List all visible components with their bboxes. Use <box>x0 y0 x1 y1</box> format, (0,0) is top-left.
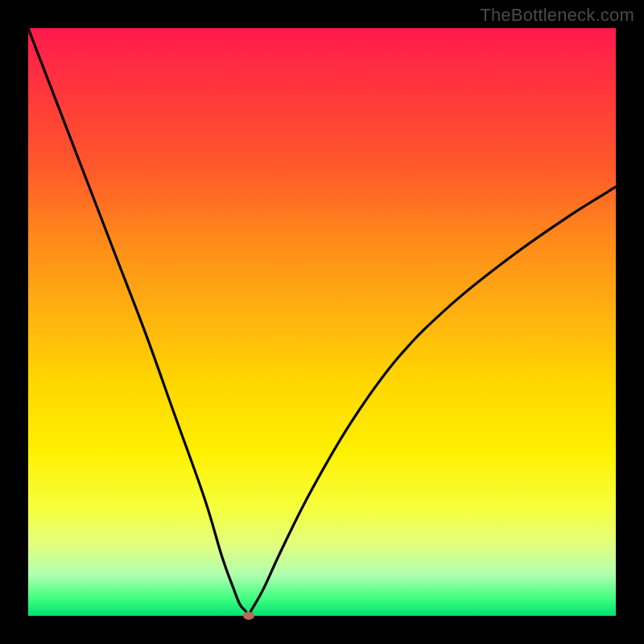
bottleneck-curve-right <box>249 187 616 616</box>
optimum-marker <box>243 612 254 620</box>
curve-svg <box>28 28 616 616</box>
bottleneck-curve-left <box>28 28 249 616</box>
chart-container: TheBottleneck.com <box>0 0 644 644</box>
watermark-text: TheBottleneck.com <box>480 5 634 26</box>
plot-area <box>28 28 616 616</box>
